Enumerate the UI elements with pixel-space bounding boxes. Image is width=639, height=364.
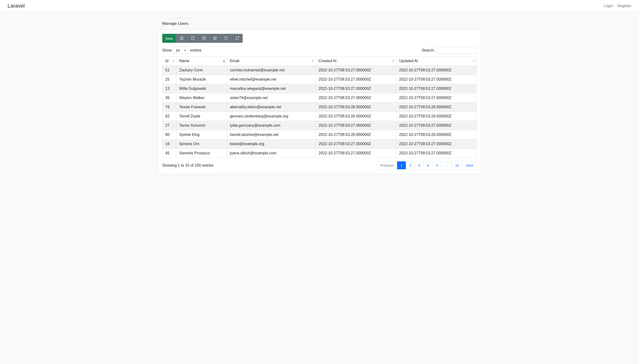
sort-icon [172,60,174,62]
cell-email: joana.ullrich@example.com [227,149,315,158]
length-entries-label: entries [190,48,202,52]
cell-id: 13 [163,84,176,93]
cell-updated: 2022-10-27T08:53:28.000000Z [396,112,477,121]
brand-link[interactable]: Laravel [8,3,25,9]
column-label: Updated At [399,59,418,63]
pagination-page-2[interactable]: 2 [406,162,415,169]
reset-icon [224,36,228,41]
cell-id: 45 [163,149,176,158]
users-table: IdNameEmailCreated AtUpdated At 51Zackar… [162,56,477,158]
length-select[interactable]: 102550100 [173,46,189,54]
cell-name: Tamia Schumm [176,121,227,130]
cell-updated: 2022-10-27T08:53:27.000000Z [396,66,477,75]
login-link[interactable]: Login [604,4,613,8]
cell-updated: 2022-10-27T08:53:27.000000Z [396,121,477,130]
svg-rect-1 [214,37,216,38]
search-label: Search: [422,48,435,52]
svg-text:csv: csv [192,39,193,40]
cell-name: Terrell Doyle [176,112,227,121]
pdf-icon [202,36,206,41]
cell-name: Zackary Conn [176,66,227,75]
cell-id: 36 [163,93,176,102]
cell-email: abernathy.eldon@example.net [227,102,315,112]
pagination-next[interactable]: Next [462,162,476,169]
pagination-page-10[interactable]: 10 [451,162,462,169]
cell-updated: 2022-10-27T08:53:27.000000Z [396,149,477,158]
column-header-name[interactable]: Name [176,56,227,66]
navbar-links: Login Register [604,4,631,8]
table-row[interactable]: 80Sydnie Kingharold.abshire@example.net2… [163,130,477,140]
cell-name: Yazmin Murazik [176,75,227,84]
cell-created: 2022-10-27T08:53:28.000000Z [316,112,396,121]
table-row[interactable]: 45Sammie Prosaccojoana.ullrich@example.c… [163,149,477,158]
cell-updated: 2022-10-27T08:53:27.000000Z [396,93,477,102]
table-row[interactable]: 13Willa Gulgowskimarcellus.wiegand@examp… [163,84,477,93]
table-row[interactable]: 27Tamia Schummlydia.gorczany@example.com… [163,121,477,130]
sort-icon [473,60,475,62]
cell-created: 2022-10-27T08:53:27.000000Z [316,75,396,84]
cell-email: marcellus.wiegand@example.net [227,84,315,93]
cell-email: ethel.mitchell@example.net [227,75,315,84]
cell-email: kwest@example.org [227,140,315,149]
cell-id: 51 [163,66,176,75]
column-label: Id [165,59,168,63]
reload-icon [235,36,239,41]
export-excel-button[interactable] [176,34,187,43]
table-row[interactable]: 25Yazmin Murazikethel.mitchell@example.n… [163,75,477,84]
column-header-updated-at[interactable]: Updated At [396,56,477,66]
cell-created: 2022-10-27T08:53:27.000000Z [316,140,396,149]
cell-email: harold.abshire@example.net [227,130,315,140]
csv-icon: csv [191,36,195,41]
print-icon [213,36,217,41]
cell-name: Sammie Prosacco [176,149,227,158]
cell-updated: 2022-10-27T08:53:28.000000Z [396,102,477,112]
pagination-page-3[interactable]: 3 [415,162,423,169]
cell-name: Sydnie King [176,130,227,140]
cell-email: lydia.gorczany@example.com [227,121,315,130]
pagination-previous[interactable]: Previous [376,162,397,169]
cell-name: Tessie Franecki [176,102,227,112]
cell-id: 25 [163,75,176,84]
cell-id: 76 [163,102,176,112]
cell-created: 2022-10-27T08:53:28.000000Z [316,102,396,112]
sort-icon [392,60,394,62]
table-row[interactable]: 76Tessie Franeckiabernathy.eldon@example… [163,102,477,112]
navbar: Laravel Login Register [0,0,639,12]
cell-id: 82 [163,112,176,121]
cell-created: 2022-10-27T08:53:27.000000Z [316,121,396,130]
length-show-label: Show [162,48,172,52]
cell-id: 80 [163,130,176,140]
column-header-id[interactable]: Id [163,56,176,66]
pagination-page-1[interactable]: 1 [397,162,406,169]
table-info: Showing 1 to 10 of 100 entries [162,163,213,168]
export-pdf-button[interactable] [198,34,209,43]
table-row[interactable]: 36Waylon Walkersister74@example.net2022-… [163,93,477,102]
pagination-page-4[interactable]: 4 [424,162,432,169]
manage-users-card: Manage Users New csv [158,18,481,174]
column-header-email[interactable]: Email [227,56,315,66]
table-row[interactable]: 51Zackary Conncormier.mohamed@example.ne… [163,66,477,75]
register-link[interactable]: Register [617,4,631,8]
cell-name: Simone Orn [176,140,227,149]
sort-icon [223,60,225,62]
pagination-page-5[interactable]: 5 [432,162,441,169]
search-control: Search: [422,46,477,54]
table-row[interactable]: 16Simone Ornkwest@example.org2022-10-27T… [163,140,477,149]
column-header-created-at[interactable]: Created At [316,56,396,66]
length-control: Show 102550100 entries [162,46,202,54]
column-label: Name [179,59,189,63]
cell-name: Willa Gulgowski [176,84,227,93]
cell-created: 2022-10-27T08:53:27.000000Z [316,93,396,102]
cell-updated: 2022-10-27T08:53:27.000000Z [396,75,477,84]
table-row[interactable]: 82Terrell Doylegennaro.stoltenberg@examp… [163,112,477,121]
print-button[interactable] [209,34,220,43]
reset-button[interactable] [220,34,232,43]
cell-id: 27 [163,121,176,130]
reload-button[interactable] [232,34,243,43]
search-input[interactable] [437,46,477,54]
column-label: Email [230,59,239,63]
cell-id: 16 [163,140,176,149]
export-csv-button[interactable]: csv [187,34,198,43]
column-label: Created At [319,59,337,63]
new-button[interactable]: New [162,34,176,43]
